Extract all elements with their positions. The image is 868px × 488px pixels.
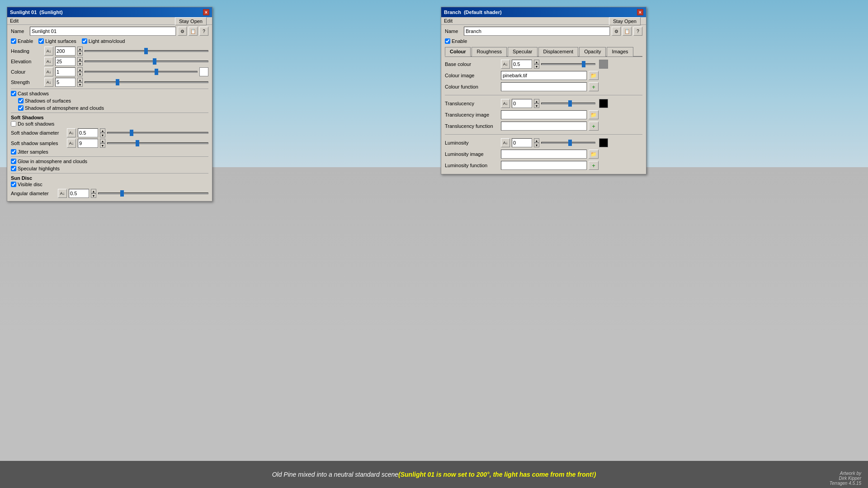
sunlight-enable-checkbox[interactable] xyxy=(11,38,16,44)
tab-colour[interactable]: Colour xyxy=(445,47,471,56)
light-atmo-checkbox[interactable] xyxy=(82,38,87,44)
heading-anim-button[interactable]: A↓ xyxy=(44,47,53,56)
colour-slider[interactable] xyxy=(85,71,198,73)
specular-checkbox[interactable] xyxy=(11,166,16,171)
branch-close-button[interactable]: × xyxy=(637,9,643,15)
luminosity-function-add-button[interactable]: + xyxy=(589,161,599,170)
angular-diameter-anim-button[interactable]: A↓ xyxy=(58,189,67,198)
soft-shadow-samples-spin-down[interactable]: ▼ xyxy=(100,143,105,148)
elevation-slider[interactable] xyxy=(85,61,208,62)
branch-help-icon[interactable]: ? xyxy=(633,27,642,36)
strength-anim-button[interactable]: A↓ xyxy=(44,78,53,87)
branch-copy-icon[interactable]: 📋 xyxy=(623,27,632,36)
translucency-input[interactable] xyxy=(512,99,532,108)
strength-input[interactable] xyxy=(55,78,75,87)
shadows-atmo-checkbox[interactable] xyxy=(18,105,24,111)
translucency-function-add-button[interactable]: + xyxy=(589,122,599,131)
soft-shadow-diameter-spin-down[interactable]: ▼ xyxy=(100,133,105,137)
sunlight-name-input[interactable] xyxy=(30,27,176,36)
translucency-image-input[interactable] xyxy=(501,110,587,119)
glow-checkbox[interactable] xyxy=(11,159,16,164)
heading-spin-up[interactable]: ▲ xyxy=(77,47,83,51)
soft-shadow-diameter-anim-button[interactable]: A↓ xyxy=(67,128,76,137)
translucency-swatch[interactable] xyxy=(599,99,608,108)
angular-diameter-spin-down[interactable]: ▼ xyxy=(91,193,96,198)
tab-opacity[interactable]: Opacity xyxy=(579,47,606,56)
colour-function-add-button[interactable]: + xyxy=(589,82,599,91)
luminosity-spin-down[interactable]: ▼ xyxy=(534,143,539,147)
visible-disc-checkbox[interactable] xyxy=(11,182,16,187)
soft-shadow-diameter-slider[interactable] xyxy=(107,132,208,134)
soft-shadow-samples-spin-up[interactable]: ▲ xyxy=(100,139,105,143)
light-surfaces-checkbox[interactable] xyxy=(38,38,44,44)
branch-stay-open-button[interactable]: Stay Open xyxy=(609,17,641,25)
base-colour-spin-up[interactable]: ▲ xyxy=(534,60,539,64)
colour-swatch[interactable] xyxy=(199,67,208,76)
colour-spin-up[interactable]: ▲ xyxy=(77,67,83,72)
luminosity-image-input[interactable] xyxy=(501,150,587,159)
sunlight-copy-icon[interactable]: 📋 xyxy=(189,27,198,36)
sunlight-help-icon[interactable]: ? xyxy=(199,27,208,36)
soft-shadow-samples-thumb[interactable] xyxy=(136,140,139,146)
heading-slider[interactable] xyxy=(85,50,208,52)
tab-images[interactable]: Images xyxy=(607,47,633,56)
elevation-anim-button[interactable]: A↓ xyxy=(44,57,53,66)
branch-edit-menu[interactable]: Edit xyxy=(444,18,453,23)
tab-displacement[interactable]: Displacement xyxy=(538,47,579,56)
colour-spin-down[interactable]: ▼ xyxy=(77,72,83,76)
branch-enable-checkbox[interactable] xyxy=(445,38,450,44)
soft-shadow-diameter-spin-up[interactable]: ▲ xyxy=(100,128,105,133)
branch-settings-icon[interactable]: ⚙ xyxy=(612,27,621,36)
luminosity-image-folder-button[interactable]: 📁 xyxy=(589,150,599,159)
branch-name-input[interactable] xyxy=(464,27,610,36)
strength-spin-up[interactable]: ▲ xyxy=(77,78,83,82)
heading-slider-thumb[interactable] xyxy=(144,48,148,54)
soft-shadow-diameter-input[interactable] xyxy=(78,128,98,137)
colour-image-input[interactable] xyxy=(501,71,587,80)
translucency-anim-button[interactable]: A↓ xyxy=(501,99,510,108)
sunlight-stay-open-button[interactable]: Stay Open xyxy=(175,17,207,25)
sunlight-settings-icon[interactable]: ⚙ xyxy=(178,27,187,36)
do-soft-shadows-checkbox[interactable] xyxy=(11,121,16,127)
translucency-slider[interactable] xyxy=(541,103,595,104)
jitter-samples-checkbox[interactable] xyxy=(11,149,16,155)
colour-image-folder-button[interactable]: 📁 xyxy=(589,71,599,80)
tab-roughness[interactable]: Roughness xyxy=(472,47,507,56)
base-colour-swatch[interactable] xyxy=(599,60,608,69)
translucency-spin-up[interactable]: ▲ xyxy=(534,99,539,103)
elevation-spin-down[interactable]: ▼ xyxy=(77,61,83,66)
angular-diameter-thumb[interactable] xyxy=(120,190,124,197)
luminosity-spin-up[interactable]: ▲ xyxy=(534,138,539,143)
elevation-spin-up[interactable]: ▲ xyxy=(77,57,83,61)
luminosity-input[interactable] xyxy=(512,138,532,147)
heading-input[interactable] xyxy=(55,47,75,56)
angular-diameter-spin-up[interactable]: ▲ xyxy=(91,189,96,193)
angular-diameter-input[interactable] xyxy=(69,189,89,198)
translucency-image-folder-button[interactable]: 📁 xyxy=(589,110,599,119)
translucency-spin-down[interactable]: ▼ xyxy=(534,103,539,108)
shadows-surfaces-checkbox[interactable] xyxy=(18,98,24,103)
base-colour-input[interactable] xyxy=(512,60,532,69)
soft-shadow-samples-slider[interactable] xyxy=(107,142,208,144)
base-colour-slider[interactable] xyxy=(541,63,595,65)
soft-shadow-diameter-thumb[interactable] xyxy=(130,130,133,136)
base-colour-spin-down[interactable]: ▼ xyxy=(534,64,539,69)
elevation-slider-thumb[interactable] xyxy=(153,58,156,65)
luminosity-thumb[interactable] xyxy=(568,140,572,146)
luminosity-slider[interactable] xyxy=(541,142,595,144)
colour-input[interactable] xyxy=(55,67,75,76)
colour-function-input[interactable] xyxy=(501,82,587,91)
strength-spin-down[interactable]: ▼ xyxy=(77,82,83,87)
sunlight-close-button[interactable]: × xyxy=(203,9,209,15)
colour-slider-thumb[interactable] xyxy=(155,69,158,75)
base-colour-thumb[interactable] xyxy=(582,61,585,67)
angular-diameter-slider[interactable] xyxy=(98,192,208,194)
translucency-thumb[interactable] xyxy=(568,100,572,107)
cast-shadows-checkbox[interactable] xyxy=(11,91,16,96)
colour-anim-button[interactable]: A↓ xyxy=(44,67,53,76)
base-colour-anim-button[interactable]: A↓ xyxy=(501,60,510,69)
luminosity-swatch[interactable] xyxy=(599,138,608,147)
elevation-input[interactable] xyxy=(55,57,75,66)
translucency-function-input[interactable] xyxy=(501,122,587,131)
tab-specular[interactable]: Specular xyxy=(508,47,537,56)
